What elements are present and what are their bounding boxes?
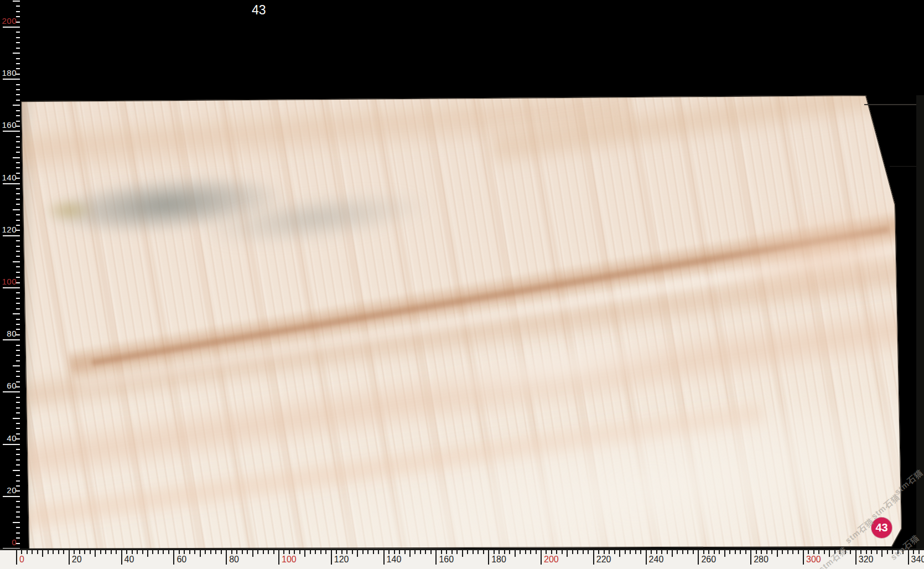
v-ruler-tick <box>16 63 20 64</box>
v-ruler-tick <box>16 48 20 49</box>
h-ruler-tick <box>724 550 725 557</box>
v-ruler-tick <box>16 240 20 241</box>
h-ruler-tick <box>48 550 49 554</box>
h-ruler-tick <box>179 550 180 554</box>
h-ruler-tick <box>79 550 80 554</box>
v-ruler-tick <box>16 537 20 539</box>
h-ruler-tick <box>399 550 400 554</box>
h-ruler-tick <box>95 550 96 557</box>
h-ruler-tick <box>63 550 64 554</box>
h-ruler-tick <box>336 550 337 554</box>
h-ruler-tick <box>913 550 914 554</box>
h-ruler-tick <box>441 550 442 554</box>
v-ruler-tick <box>16 433 20 434</box>
h-ruler-tick <box>194 550 195 554</box>
v-ruler-tick <box>16 501 20 502</box>
v-ruler-tick <box>16 543 20 544</box>
v-ruler-label: 0 <box>0 537 17 547</box>
v-ruler-tick <box>13 157 20 158</box>
h-ruler-tick <box>231 550 232 554</box>
v-ruler-tick <box>16 355 20 356</box>
v-ruler-tick <box>16 324 20 325</box>
v-ruler-tick <box>13 209 20 210</box>
h-ruler-tick <box>488 550 489 565</box>
h-ruler-tick <box>362 550 364 554</box>
v-ruler-tick <box>16 454 20 455</box>
h-ruler-tick <box>583 550 584 554</box>
v-ruler-tick <box>16 303 20 304</box>
h-ruler-tick <box>383 550 385 565</box>
h-ruler-tick <box>200 550 201 557</box>
h-ruler-tick <box>625 550 626 554</box>
v-ruler-tick <box>13 522 20 523</box>
h-ruler-tick <box>163 550 164 554</box>
h-ruler-label: 20 <box>72 555 82 565</box>
v-ruler-tick <box>16 22 20 23</box>
v-ruler-tick <box>16 407 20 408</box>
h-ruler-tick <box>693 550 694 554</box>
h-ruler-tick <box>315 550 316 554</box>
v-ruler-tick <box>16 532 20 534</box>
h-ruler-tick <box>656 550 657 554</box>
h-ruler-tick <box>745 550 746 554</box>
v-ruler-tick <box>13 470 20 471</box>
h-ruler-tick <box>268 550 269 554</box>
h-ruler-tick <box>546 550 547 554</box>
h-ruler-tick <box>635 550 636 554</box>
v-ruler-tick <box>16 141 20 142</box>
slab-number-badge: 43 <box>871 518 892 538</box>
h-ruler-tick <box>310 550 311 554</box>
h-ruler-tick <box>541 550 542 565</box>
h-ruler-tick <box>184 550 185 554</box>
v-ruler-tick <box>16 386 20 387</box>
h-ruler-tick <box>116 550 117 554</box>
v-ruler-label: 40 <box>0 433 17 443</box>
h-ruler-label: 100 <box>282 555 297 565</box>
slab-image[interactable] <box>20 94 903 550</box>
v-ruler-tick <box>16 459 20 461</box>
v-ruler-tick <box>16 6 20 7</box>
h-ruler-tick <box>168 550 169 554</box>
v-ruler-tick <box>13 261 20 262</box>
h-ruler-tick <box>881 550 883 557</box>
badge-number: 43 <box>875 521 887 534</box>
v-ruler-tick <box>3 444 20 445</box>
v-ruler-tick <box>16 188 20 189</box>
h-ruler-label: 180 <box>491 555 506 565</box>
h-ruler-tick <box>121 550 122 565</box>
v-ruler-tick <box>13 365 20 366</box>
h-ruler-tick <box>855 550 856 565</box>
h-ruler-tick <box>32 550 33 554</box>
h-ruler-tick <box>735 550 736 554</box>
v-ruler-tick <box>16 220 20 221</box>
h-ruler-label: 120 <box>334 555 349 565</box>
h-ruler-tick <box>273 550 274 554</box>
v-ruler-tick <box>16 167 20 168</box>
h-ruler-tick <box>404 550 406 554</box>
h-ruler-tick <box>520 550 521 554</box>
h-ruler-tick <box>614 550 615 554</box>
h-ruler-tick <box>430 550 432 554</box>
v-ruler-tick <box>16 136 20 137</box>
h-ruler-tick <box>798 550 799 554</box>
h-ruler-tick <box>189 550 190 554</box>
h-ruler-tick <box>750 550 751 565</box>
h-ruler-tick <box>556 550 557 554</box>
v-ruler-tick <box>16 100 20 101</box>
h-ruler-tick <box>703 550 704 554</box>
v-ruler-label: 60 <box>0 381 17 391</box>
v-ruler-tick <box>16 449 20 450</box>
v-ruler-tick <box>16 225 20 226</box>
h-ruler-tick <box>567 550 568 557</box>
h-ruler-tick <box>771 550 772 554</box>
h-ruler-tick <box>378 550 379 554</box>
h-ruler-tick <box>515 550 516 557</box>
h-ruler-tick <box>105 550 106 554</box>
h-ruler-tick <box>252 550 253 557</box>
v-ruler-tick <box>3 27 20 28</box>
v-ruler-tick <box>16 173 20 174</box>
v-ruler-tick <box>3 183 20 184</box>
h-ruler-label: 280 <box>754 555 769 565</box>
h-ruler-tick <box>477 550 479 554</box>
v-ruler-tick <box>16 490 20 492</box>
